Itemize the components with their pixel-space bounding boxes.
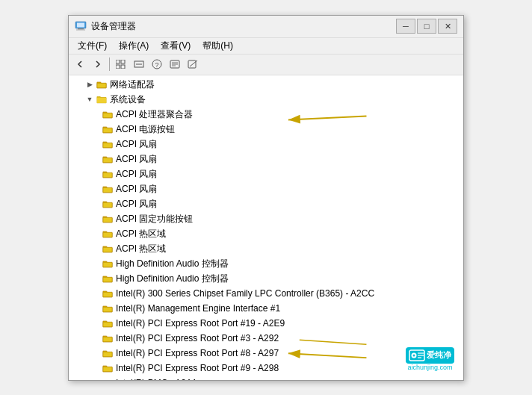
svg-rect-36 (103, 367, 112, 372)
expand-icon[interactable]: ▼ (84, 93, 96, 105)
folder-icon (96, 78, 108, 90)
tree-item-label: Intel(R) Management Engine Interface #1 (116, 302, 280, 315)
tree-item-intel-pcie-3[interactable]: Intel(R) PCI Express Root Port #3 - A292 (69, 331, 463, 346)
folder-icon (102, 108, 114, 120)
folder-icon (102, 123, 114, 135)
folder-icon (96, 93, 108, 105)
folder-icon (102, 228, 114, 240)
device-tree[interactable]: ▶ 网络适配器▼ 系统设备 ACPI 处理器聚合器 ACPI 电源按钮 ACPI… (69, 75, 463, 380)
maximize-button[interactable]: □ (417, 19, 436, 34)
svg-rect-28 (103, 247, 112, 252)
minimize-button[interactable]: ─ (396, 19, 415, 34)
svg-rect-34 (103, 337, 112, 342)
tree-item-acpi-fan4[interactable]: ACPI 风扇 (69, 181, 463, 196)
svg-rect-1 (77, 23, 84, 28)
folder-icon (102, 332, 114, 344)
svg-rect-4 (116, 60, 120, 63)
svg-rect-32 (103, 307, 112, 312)
svg-rect-35 (103, 352, 112, 357)
help-button[interactable]: ? (149, 57, 165, 72)
menu-view[interactable]: 查看(V) (155, 38, 197, 54)
tree-item-acpi-fan3[interactable]: ACPI 风扇 (69, 167, 463, 181)
menu-help[interactable]: 帮助(H) (197, 38, 239, 54)
folder-icon (102, 362, 114, 374)
tree-item-label: 系统设备 (110, 93, 146, 106)
tree-item-system-devices[interactable]: ▼ 系统设备 (69, 92, 463, 107)
collapse-button[interactable] (131, 57, 147, 72)
folder-icon (102, 377, 114, 380)
tree-item-intel-pcie-8[interactable]: Intel(R) PCI Express Root Port #8 - A297 (69, 346, 463, 361)
tree-item-label: Intel(R) 300 Series Chipset Family LPC C… (116, 287, 374, 300)
svg-rect-7 (121, 65, 125, 69)
folder-icon (102, 198, 114, 210)
tree-item-label: Intel(R) PCI Express Root Port #19 - A2E… (116, 317, 285, 330)
tree-item-label: High Definition Audio 控制器 (116, 257, 229, 270)
tree-item-label: ACPI 风扇 (116, 197, 157, 211)
tree-item-label: ACPI 风扇 (116, 137, 157, 151)
expand-icon[interactable]: ▶ (84, 78, 96, 90)
folder-icon (102, 273, 114, 284)
tree-item-hd-audio1[interactable]: High Definition Audio 控制器 (69, 256, 463, 271)
forward-button[interactable] (90, 57, 106, 72)
tree-item-label: ACPI 风扇 (116, 152, 157, 166)
scan-button[interactable] (167, 57, 183, 72)
folder-icon (102, 213, 114, 225)
tree-item-acpi-fan2[interactable]: ACPI 风扇 (69, 152, 463, 167)
tree-item-hd-audio2[interactable]: High Definition Audio 控制器 (69, 271, 463, 286)
tree-item-acpi-thermal1[interactable]: ACPI 热区域 (69, 226, 463, 241)
svg-rect-25 (103, 202, 112, 208)
title-bar: 设备管理器 ─ □ ✕ (69, 16, 463, 38)
content-area: ▶ 网络适配器▼ 系统设备 ACPI 处理器聚合器 ACPI 电源按钮 ACPI… (69, 75, 463, 380)
properties-button[interactable] (185, 57, 201, 72)
tree-item-label: Intel(R) PCI Express Root Port #3 - A292 (116, 332, 279, 345)
folder-icon (102, 347, 114, 359)
back-button[interactable] (72, 57, 88, 72)
tree-item-intel-pcie-9[interactable]: Intel(R) PCI Express Root Port #9 - A298 (69, 361, 463, 376)
tree-item-intel-pcie-19[interactable]: Intel(R) PCI Express Root Port #19 - A2E… (69, 316, 463, 331)
tree-item-label: ACPI 热区域 (116, 227, 166, 240)
svg-rect-30 (103, 277, 112, 282)
window-icon (75, 20, 87, 32)
tree-item-intel-300-chipset[interactable]: Intel(R) 300 Series Chipset Family LPC C… (69, 286, 463, 301)
toolbar-separator-1 (109, 57, 110, 71)
tree-item-label: Intel(R) PCI Express Root Port #8 - A297 (116, 346, 279, 360)
svg-rect-26 (103, 217, 112, 223)
svg-rect-20 (103, 128, 112, 133)
close-button[interactable]: ✕ (438, 19, 457, 34)
tree-item-acpi-thermal2[interactable]: ACPI 热区域 (69, 241, 463, 256)
folder-icon (102, 138, 114, 150)
tree-item-acpi-power-button[interactable]: ACPI 电源按钮 (69, 122, 463, 137)
svg-rect-21 (103, 143, 112, 148)
toolbar: ? (69, 55, 463, 75)
tree-item-label: 网络适配器 (110, 78, 155, 91)
tree-item-acpi-processor[interactable]: ACPI 处理器聚合器 (69, 107, 463, 122)
svg-rect-23 (103, 172, 112, 178)
folder-icon (102, 243, 114, 255)
folder-icon (102, 153, 114, 165)
expand-button[interactable] (113, 57, 129, 72)
svg-rect-29 (103, 262, 112, 267)
svg-rect-6 (116, 65, 120, 69)
window-title: 设备管理器 (91, 20, 136, 33)
tree-item-label: ACPI 热区域 (116, 242, 166, 255)
menu-action[interactable]: 操作(A) (113, 38, 155, 54)
folder-icon (102, 168, 114, 180)
menu-file[interactable]: 文件(F) (72, 38, 113, 54)
tree-item-label: ACPI 风扇 (116, 167, 157, 181)
svg-text:?: ? (155, 61, 158, 69)
tree-item-acpi-fixed-button[interactable]: ACPI 固定功能按钮 (69, 211, 463, 226)
tree-item-label: ACPI 电源按钮 (116, 122, 175, 136)
svg-rect-24 (103, 187, 112, 193)
folder-icon (102, 287, 114, 299)
svg-rect-27 (103, 232, 112, 237)
svg-rect-22 (103, 158, 112, 163)
tree-item-acpi-fan1[interactable]: ACPI 风扇 (69, 137, 463, 152)
tree-item-acpi-fan5[interactable]: ACPI 风扇 (69, 196, 463, 211)
tree-item-label: ACPI 处理器聚合器 (116, 108, 193, 121)
folder-icon (102, 317, 114, 329)
tree-item-intel-pmc[interactable]: Intel(R) PMC - A2A1 (69, 376, 463, 380)
folder-icon (102, 258, 114, 270)
tree-item-network-adapter[interactable]: ▶ 网络适配器 (69, 77, 463, 92)
tree-item-intel-me[interactable]: Intel(R) Management Engine Interface #1 (69, 301, 463, 316)
svg-rect-33 (103, 322, 112, 327)
